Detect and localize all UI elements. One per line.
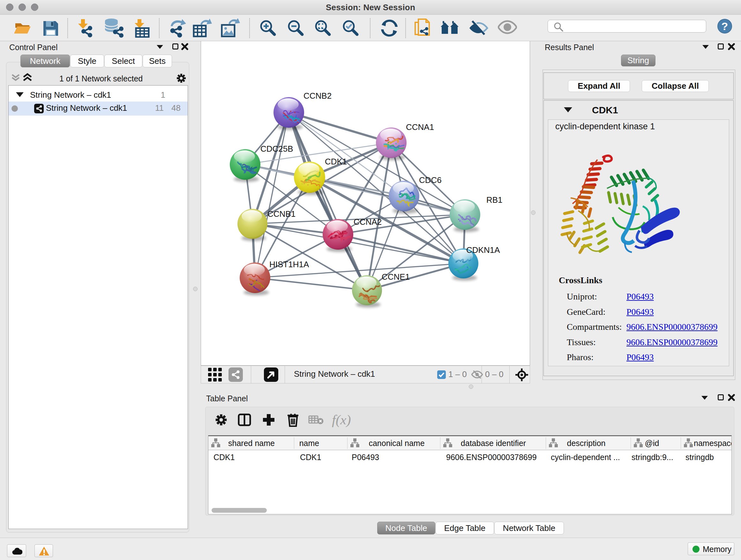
svg-text:CCNA2: CCNA2 [354,217,382,227]
svg-text:CDKN1A: CDKN1A [466,245,500,255]
svg-text:CCNB1: CCNB1 [267,209,295,219]
svg-text:HIST1H1A: HIST1H1A [269,260,309,269]
svg-text:CCNB2: CCNB2 [304,91,332,101]
svg-text:CDK1: CDK1 [325,157,347,166]
svg-text:CDC25B: CDC25B [260,144,293,153]
svg-text:CDC6: CDC6 [419,175,442,185]
svg-text:RB1: RB1 [486,195,502,205]
svg-text:CCNE1: CCNE1 [382,272,410,282]
svg-text:CCNA1: CCNA1 [406,122,434,132]
